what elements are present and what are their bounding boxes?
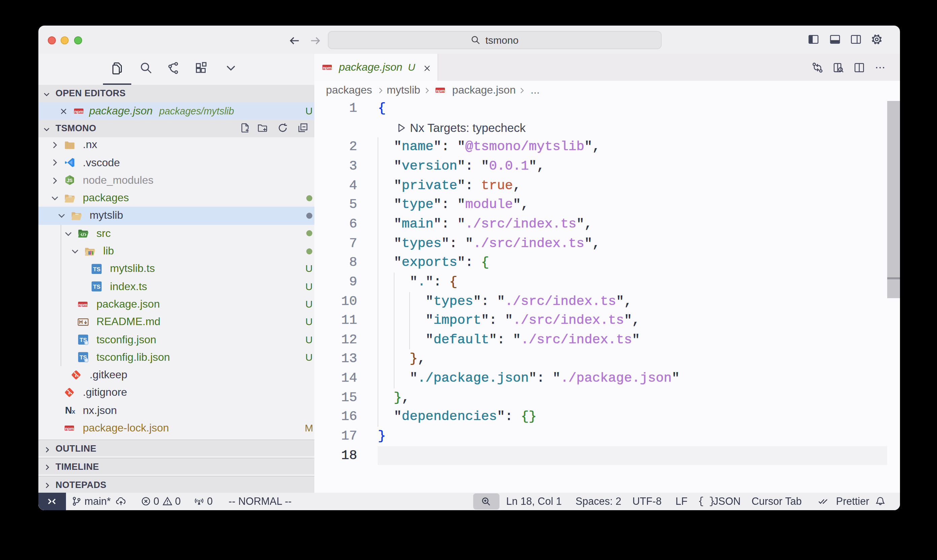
svg-text:npm: npm [323,65,332,70]
svg-text:npm: npm [78,302,88,307]
svg-text:TS: TS [93,266,101,272]
svg-text:npm: npm [74,109,83,114]
svg-text:JS: JS [67,178,73,183]
svg-text:x: x [72,409,75,415]
svg-text:N: N [65,405,72,416]
svg-text:TS: TS [93,284,101,291]
svg-text:npm: npm [65,426,74,431]
svg-text:npm: npm [435,88,445,93]
